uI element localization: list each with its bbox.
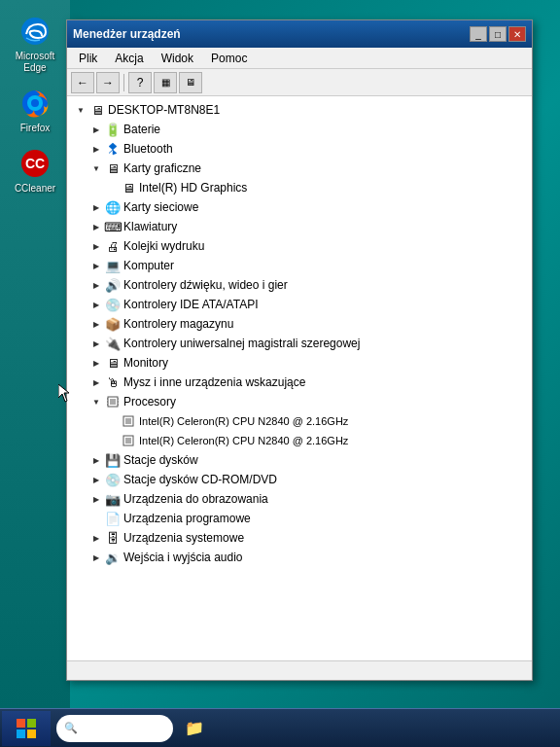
svg-rect-16 — [125, 418, 131, 424]
arrow-graficzne — [90, 162, 102, 174]
firefox-label: Firefox — [20, 123, 51, 134]
arrow-obrazowanie — [90, 493, 102, 505]
icon-cpu1 — [121, 413, 136, 429]
root-icon: 🖥 — [89, 102, 105, 118]
label-programowe: Urządzenia programowe — [123, 512, 251, 525]
icon-systemowe: 🗄 — [105, 530, 121, 546]
ccleaner-icon-desktop[interactable]: CC CCleaner — [4, 142, 66, 198]
list-item[interactable]: ⌨ Klawiatury — [67, 217, 532, 236]
list-item[interactable]: Intel(R) Celeron(R) CPU N2840 @ 2.16GHz — [67, 411, 532, 431]
svg-text:CC: CC — [25, 156, 45, 171]
icon-magazyn: 📦 — [105, 316, 121, 332]
ccleaner-app-icon: CC — [18, 146, 52, 181]
back-button[interactable]: ← — [71, 72, 94, 93]
menu-akcja[interactable]: Akcja — [107, 50, 151, 67]
svg-point-3 — [31, 99, 39, 107]
edge-app-icon — [18, 14, 52, 49]
window-title: Menedżer urządzeń — [73, 27, 181, 41]
icon-sieciowe: 🌐 — [105, 199, 121, 215]
firefox-icon-desktop[interactable]: Firefox — [4, 82, 66, 138]
tree-root[interactable]: 🖥 DESKTOP-MT8N8E1 — [67, 100, 532, 120]
properties-button[interactable]: ▦ — [154, 72, 177, 93]
label-klawiatury: Klawiatury — [123, 220, 177, 233]
menu-widok[interactable]: Widok — [154, 50, 201, 67]
list-item[interactable]: 🖥 Monitory — [67, 353, 532, 373]
help-button[interactable]: ? — [128, 72, 152, 93]
icon-klawiatury: ⌨ — [105, 219, 121, 234]
icon-cdrom: 💿 — [105, 472, 121, 487]
list-item[interactable]: 💾 Stacje dysków — [67, 450, 532, 470]
icon-mysz: 🖱 — [105, 374, 121, 390]
arrow-magazyn — [90, 318, 102, 330]
maximize-button[interactable]: □ — [489, 26, 507, 42]
label-stacje: Stacje dysków — [123, 453, 198, 467]
forward-button[interactable]: → — [96, 72, 120, 93]
win-icon-q1 — [17, 719, 25, 728]
label-baterie: Baterie — [123, 123, 160, 136]
ccleaner-label: CCleaner — [15, 183, 55, 195]
list-item[interactable]: Procesory — [67, 392, 532, 411]
menu-plik[interactable]: Plik — [71, 50, 105, 67]
list-item[interactable]: 🖥 Karty graficzne — [67, 159, 532, 178]
list-item[interactable]: 🔋 Baterie — [67, 120, 532, 139]
list-item[interactable]: 🌐 Karty sieciowe — [67, 197, 532, 217]
device-tree[interactable]: 🖥 DESKTOP-MT8N8E1 🔋 Baterie Bluetooth — [67, 96, 532, 660]
svg-marker-6 — [109, 143, 117, 155]
list-item[interactable]: 🖥 Intel(R) HD Graphics — [67, 178, 532, 197]
arrow-komputer — [90, 260, 102, 271]
display-button[interactable]: 🖥 — [179, 72, 202, 93]
arrow-stacje — [90, 454, 102, 466]
list-item[interactable]: 💿 Stacje dysków CD-ROM/DVD — [67, 470, 532, 489]
label-dzwiek: Kontrolery dźwięku, wideo i gier — [123, 278, 288, 292]
close-button[interactable]: ✕ — [508, 26, 526, 42]
minimize-button[interactable]: _ — [470, 26, 487, 42]
arrow-procesory — [90, 396, 102, 408]
list-item[interactable]: 🔊 Kontrolery dźwięku, wideo i gier — [67, 275, 532, 295]
label-obrazowanie: Urządzenia do obrazowania — [123, 492, 268, 506]
list-item[interactable]: 🖨 Kolejki wydruku — [67, 236, 532, 256]
arrow-mysz — [90, 376, 102, 388]
label-hd: Intel(R) HD Graphics — [139, 181, 247, 195]
arrow-programowe — [90, 513, 102, 524]
list-item[interactable]: Intel(R) Celeron(R) CPU N2840 @ 2.16GHz — [67, 431, 532, 450]
label-procesory: Procesory — [123, 395, 176, 409]
list-item[interactable]: 📷 Urządzenia do obrazowania — [67, 489, 532, 509]
taskbar-file-explorer-icon[interactable]: 📁 — [181, 715, 208, 742]
arrow-cdrom — [90, 474, 102, 485]
svg-rect-18 — [125, 438, 131, 444]
list-item[interactable]: 🗄 Urządzenia systemowe — [67, 528, 532, 548]
search-placeholder: 🔍 — [64, 722, 78, 734]
arrow-baterie — [90, 124, 102, 135]
list-item[interactable]: 🔌 Kontrolery uniwersalnej magistrali sze… — [67, 334, 532, 353]
icon-cpu2 — [121, 433, 136, 448]
menu-pomoc[interactable]: Pomoc — [203, 50, 255, 67]
icon-audio: 🔉 — [105, 550, 121, 565]
list-item[interactable]: Bluetooth — [67, 139, 532, 159]
label-audio: Wejścia i wyjścia audio — [123, 551, 243, 564]
list-item[interactable]: 🖱 Mysz i inne urządzenia wskazujące — [67, 373, 532, 392]
win-icon-q3 — [17, 729, 25, 738]
taskbar-search[interactable]: 🔍 — [56, 715, 173, 742]
list-item[interactable]: 💻 Komputer — [67, 256, 532, 275]
arrow-audio — [90, 551, 102, 563]
label-cdrom: Stacje dysków CD-ROM/DVD — [123, 473, 277, 486]
list-item[interactable]: 📦 Kontrolery magazynu — [67, 314, 532, 334]
icon-dzwiek: 🔊 — [105, 277, 121, 293]
toolbar-sep-1 — [123, 74, 124, 91]
label-wydruku: Kolejki wydruku — [123, 239, 204, 253]
start-button[interactable] — [2, 711, 51, 746]
list-item[interactable]: 🔉 Wejścia i wyjścia audio — [67, 548, 532, 567]
label-magazyn: Kontrolery magazynu — [123, 317, 233, 331]
icon-komputer: 💻 — [105, 258, 121, 273]
root-arrow — [75, 104, 87, 116]
label-graficzne: Karty graficzne — [123, 161, 201, 175]
list-item[interactable]: 💿 Kontrolery IDE ATA/ATAPI — [67, 295, 532, 314]
label-usb: Kontrolery uniwersalnej magistrali szere… — [123, 337, 360, 350]
label-cpu1: Intel(R) Celeron(R) CPU N2840 @ 2.16GHz — [139, 415, 348, 427]
icon-ide: 💿 — [105, 297, 121, 312]
list-item[interactable]: 📄 Urządzenia programowe — [67, 509, 532, 528]
icon-wydruku: 🖨 — [105, 238, 121, 254]
edge-icon-desktop[interactable]: Microsoft Edge — [4, 10, 66, 78]
icon-stacje: 💾 — [105, 452, 121, 468]
root-label: DESKTOP-MT8N8E1 — [108, 103, 220, 117]
